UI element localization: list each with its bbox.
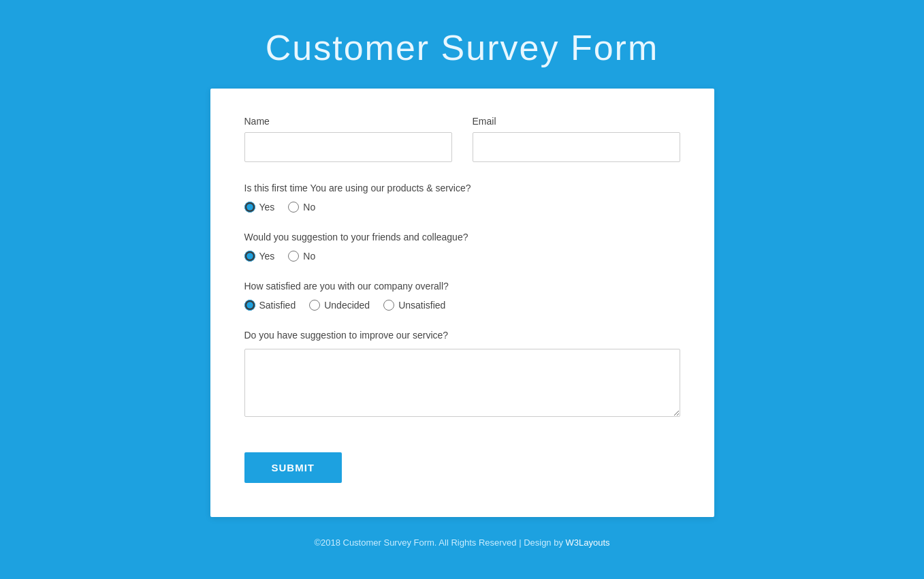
form-card: Name Email Is this first time You are us…: [210, 89, 714, 517]
q3-undecided-label[interactable]: Undecided: [309, 300, 370, 311]
name-group: Name: [244, 116, 452, 162]
q3-undecided-radio[interactable]: [309, 300, 320, 311]
name-input[interactable]: [244, 132, 452, 162]
question1-radio-group: Yes No: [244, 202, 680, 213]
question2-section: Would you suggestion to your friends and…: [244, 232, 680, 262]
q2-yes-label[interactable]: Yes: [244, 251, 275, 262]
q1-yes-text: Yes: [259, 202, 275, 213]
q1-yes-radio[interactable]: [244, 202, 255, 213]
q3-satisfied-label[interactable]: Satisfied: [244, 300, 296, 311]
question3-section: How satisfied are you with our company o…: [244, 281, 680, 311]
question2-text: Would you suggestion to your friends and…: [244, 232, 680, 242]
q1-yes-label[interactable]: Yes: [244, 202, 275, 213]
q1-no-text: No: [303, 202, 315, 213]
question1-text: Is this first time You are using our pro…: [244, 183, 680, 193]
question4-text: Do you have suggestion to improve our se…: [244, 330, 680, 341]
footer-text: ©2018 Customer Survey Form. All Rights R…: [314, 537, 565, 548]
page-title: Customer Survey Form: [266, 27, 658, 68]
name-label: Name: [244, 116, 452, 127]
q3-unsatisfied-text: Unsatisfied: [398, 300, 445, 311]
q3-satisfied-text: Satisfied: [259, 300, 296, 311]
question3-radio-group: Satisfied Undecided Unsatisfied: [244, 300, 680, 311]
submit-button[interactable]: SUBMIT: [244, 452, 342, 483]
suggestion-textarea[interactable]: [244, 349, 680, 417]
email-input[interactable]: [473, 132, 680, 162]
q2-no-label[interactable]: No: [288, 251, 315, 262]
question4-section: Do you have suggestion to improve our se…: [244, 330, 680, 420]
question3-text: How satisfied are you with our company o…: [244, 281, 680, 292]
email-label: Email: [473, 116, 680, 127]
q3-undecided-text: Undecided: [324, 300, 370, 311]
question1-section: Is this first time You are using our pro…: [244, 183, 680, 213]
q2-no-radio[interactable]: [288, 251, 299, 262]
name-email-row: Name Email: [244, 116, 680, 162]
question2-radio-group: Yes No: [244, 251, 680, 262]
q2-yes-text: Yes: [259, 251, 275, 262]
footer-link[interactable]: W3Layouts: [566, 537, 610, 548]
q2-no-text: No: [303, 251, 315, 262]
footer: ©2018 Customer Survey Form. All Rights R…: [314, 537, 609, 548]
q2-yes-radio[interactable]: [244, 251, 255, 262]
q3-unsatisfied-label[interactable]: Unsatisfied: [383, 300, 445, 311]
q1-no-label[interactable]: No: [288, 202, 315, 213]
q3-satisfied-radio[interactable]: [244, 300, 255, 311]
q1-no-radio[interactable]: [288, 202, 299, 213]
q3-unsatisfied-radio[interactable]: [383, 300, 394, 311]
email-group: Email: [473, 116, 680, 162]
